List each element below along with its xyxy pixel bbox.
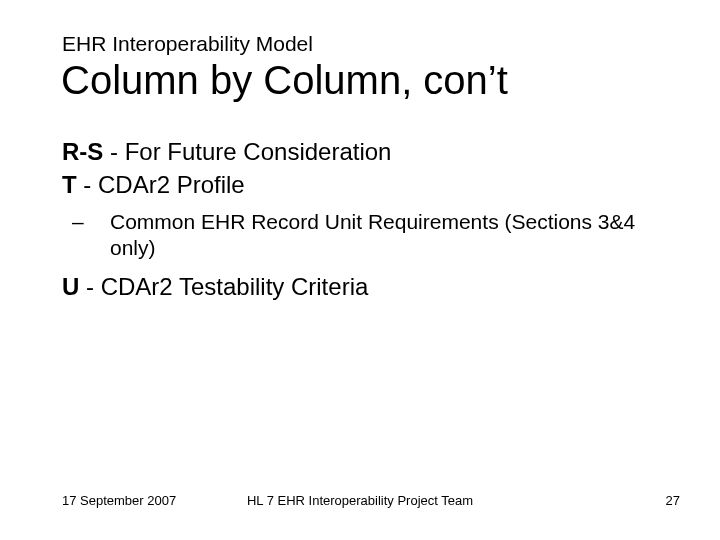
bullet-t-label: T — [62, 171, 77, 198]
slide-title: Column by Column, con’t — [61, 58, 508, 103]
subbullet-1-text: Common EHR Record Unit Requirements (Sec… — [110, 210, 635, 259]
bullet-t: T - CDAr2 Profile — [62, 170, 652, 200]
slide-supertitle: EHR Interoperability Model — [62, 32, 313, 56]
bullet-rs-text: - For Future Consideration — [103, 138, 391, 165]
slide: EHR Interoperability Model Column by Col… — [0, 0, 720, 540]
bullet-rs-label: R-S — [62, 138, 103, 165]
footer-page-number: 27 — [666, 493, 680, 508]
bullet-u: U - CDAr2 Testability Criteria — [62, 272, 652, 302]
bullet-u-text: - CDAr2 Testability Criteria — [79, 273, 368, 300]
bullet-rs: R-S - For Future Consideration — [62, 137, 652, 167]
bullet-t-text: - CDAr2 Profile — [77, 171, 245, 198]
bullet-u-label: U — [62, 273, 79, 300]
subbullet-1: –Common EHR Record Unit Requirements (Se… — [62, 209, 652, 262]
dash-icon: – — [91, 209, 110, 235]
slide-body: R-S - For Future Consideration T - CDAr2… — [62, 137, 652, 305]
footer-center: HL 7 EHR Interoperability Project Team — [0, 493, 720, 508]
